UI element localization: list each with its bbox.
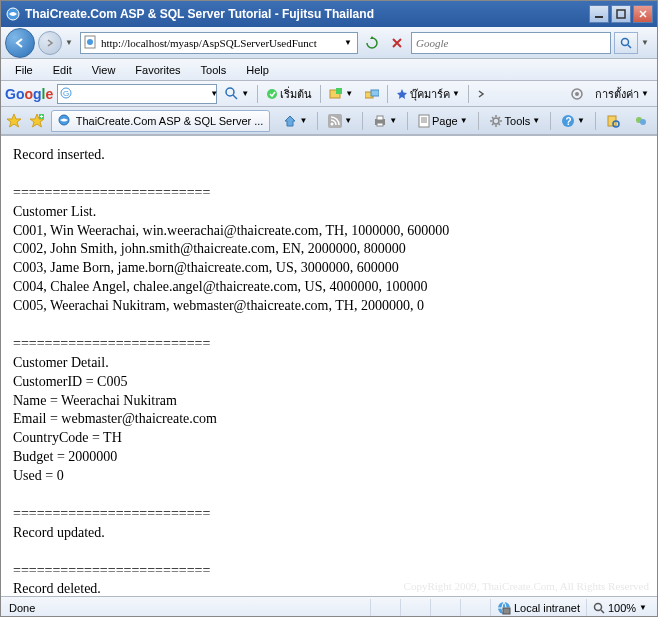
menu-tools[interactable]: Tools (191, 62, 237, 78)
menu-edit[interactable]: Edit (43, 62, 82, 78)
google-share-button[interactable] (361, 86, 383, 102)
zoom-control[interactable]: 100% ▼ (586, 599, 653, 617)
svg-point-15 (575, 92, 579, 96)
svg-rect-1 (595, 16, 603, 18)
intranet-icon (497, 601, 511, 615)
google-go-button[interactable]: ▼ (221, 85, 253, 103)
tools-menu-button[interactable]: Tools▼ (484, 110, 546, 132)
svg-point-4 (87, 39, 93, 45)
menu-view[interactable]: View (82, 62, 126, 78)
status-cell-2 (400, 599, 430, 617)
svg-rect-32 (503, 608, 510, 614)
menu-favorites[interactable]: Favorites (125, 62, 190, 78)
search-button[interactable] (614, 32, 638, 54)
status-cell-4 (460, 599, 490, 617)
svg-point-19 (331, 122, 334, 125)
url-dropdown[interactable]: ▼ (341, 38, 355, 47)
search-dropdown[interactable]: ▼ (641, 38, 653, 47)
google-logo: Google (5, 86, 53, 102)
svg-rect-11 (336, 88, 342, 94)
google-new-button[interactable]: ▼ (325, 86, 357, 102)
window-titlebar: ThaiCreate.Com ASP & SQL Server Tutorial… (1, 1, 657, 27)
google-search-box[interactable]: G ▼ (57, 84, 217, 104)
back-button[interactable] (5, 28, 35, 58)
nav-toolbar: ▼ ▼ ▼ (1, 27, 657, 59)
tab-page-icon (58, 114, 72, 128)
google-g-icon: G (60, 87, 72, 101)
browser-tab[interactable]: ThaiCreate.Com ASP & SQL Server ... (51, 110, 271, 132)
status-bar: Done Local intranet 100% ▼ (1, 596, 657, 617)
window-title: ThaiCreate.Com ASP & SQL Server Tutorial… (25, 7, 589, 21)
close-button[interactable] (633, 5, 653, 23)
svg-text:G: G (63, 89, 69, 98)
svg-point-33 (594, 603, 601, 610)
page-content: Record inserted. =======================… (1, 136, 657, 596)
help-button[interactable]: ?▼ (556, 110, 590, 132)
svg-rect-23 (419, 115, 429, 127)
google-toolbar: Google G ▼ ▼ เริ่มต้น ▼ บุ๊คมาร์ค▼ การตั… (1, 81, 657, 107)
forward-button[interactable] (38, 31, 62, 55)
search-input[interactable] (412, 37, 610, 49)
add-favorites-button[interactable] (28, 111, 47, 131)
svg-rect-2 (617, 10, 625, 18)
google-settings-button[interactable]: การตั้งค่า▼ (591, 83, 653, 105)
ie-logo-icon (5, 6, 21, 22)
svg-point-24 (493, 118, 499, 124)
watermark-text: CopyRight 2009, ThaiCreate.Com, All Righ… (404, 580, 649, 592)
security-zone[interactable]: Local intranet (490, 599, 586, 617)
content-area: Record inserted. =======================… (1, 135, 657, 596)
menu-bar: File Edit View Favorites Tools Help (1, 59, 657, 81)
google-more-button[interactable] (473, 86, 489, 102)
print-button[interactable]: ▼ (368, 110, 402, 132)
search-box[interactable] (411, 32, 611, 54)
messenger-button[interactable] (629, 110, 653, 132)
stop-button[interactable] (386, 32, 408, 54)
feeds-button[interactable]: ▼ (323, 110, 357, 132)
svg-point-30 (640, 119, 646, 125)
maximize-button[interactable] (611, 5, 631, 23)
google-search-input[interactable] (72, 88, 210, 100)
page-icon (83, 35, 99, 51)
svg-rect-22 (377, 123, 383, 126)
svg-point-9 (267, 89, 277, 99)
favorites-star-button[interactable] (5, 111, 24, 131)
svg-point-8 (226, 88, 234, 96)
menu-file[interactable]: File (5, 62, 43, 78)
status-cell-3 (430, 599, 460, 617)
status-text: Done (5, 602, 370, 614)
svg-point-5 (622, 38, 629, 45)
page-menu-button[interactable]: Page▼ (413, 110, 473, 132)
google-status-icon[interactable] (567, 86, 587, 102)
home-button[interactable]: ▼ (278, 110, 312, 132)
svg-rect-13 (371, 90, 379, 96)
google-start-button[interactable]: เริ่มต้น (262, 83, 316, 105)
minimize-button[interactable] (589, 5, 609, 23)
svg-text:?: ? (566, 116, 572, 127)
menu-help[interactable]: Help (236, 62, 279, 78)
refresh-button[interactable] (361, 32, 383, 54)
google-bookmarks-button[interactable]: บุ๊คมาร์ค▼ (392, 83, 464, 105)
svg-rect-21 (377, 116, 383, 120)
tab-title: ThaiCreate.Com ASP & SQL Server ... (76, 115, 264, 127)
zoom-icon (593, 602, 605, 614)
tab-bar: ThaiCreate.Com ASP & SQL Server ... ▼ ▼ … (1, 107, 657, 135)
research-button[interactable] (601, 110, 625, 132)
url-input[interactable] (101, 37, 341, 49)
address-bar[interactable]: ▼ (80, 32, 358, 54)
nav-history-dropdown[interactable]: ▼ (65, 38, 77, 47)
status-cell-1 (370, 599, 400, 617)
google-search-dropdown[interactable]: ▼ (210, 89, 218, 98)
